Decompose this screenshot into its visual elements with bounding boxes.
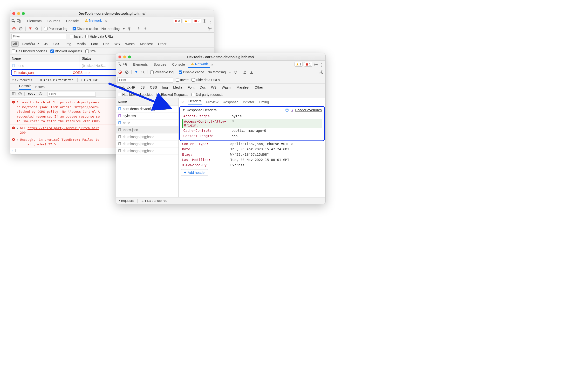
filter-type[interactable]: Fetch/XHR xyxy=(117,85,137,90)
disclose-icon[interactable]: ▼ xyxy=(182,108,185,112)
blocked-requests-check[interactable]: Blocked Requests xyxy=(157,93,188,97)
inspect-icon[interactable] xyxy=(11,19,16,23)
error-count-badge[interactable]: 3 xyxy=(173,19,181,23)
filter-type[interactable]: Manifest xyxy=(138,42,154,46)
detail-tab-timing[interactable]: Timing xyxy=(259,100,269,104)
device-icon[interactable] xyxy=(123,62,127,67)
detail-tab-response[interactable]: Response xyxy=(223,100,238,104)
throttling-select[interactable]: No throttling xyxy=(207,70,227,74)
device-icon[interactable] xyxy=(17,19,21,23)
filter-type[interactable]: WS xyxy=(113,42,122,46)
tab-network[interactable]: Network xyxy=(82,18,104,24)
filter-icon[interactable] xyxy=(28,27,32,31)
detail-tab-preview[interactable]: Preview xyxy=(206,100,219,104)
filter-type[interactable]: Wasm xyxy=(220,85,233,90)
expand-icon[interactable]: ▸ xyxy=(17,126,19,131)
table-row[interactable]: data:image/png;base… xyxy=(116,147,178,154)
column-name-header[interactable]: Name xyxy=(116,98,178,106)
wifi-icon[interactable] xyxy=(233,70,238,74)
tab-sources[interactable]: Sources xyxy=(151,62,168,67)
filter-type[interactable]: Fetch/XHR xyxy=(21,42,40,46)
sidebar-toggle-icon[interactable] xyxy=(12,92,16,96)
tab-console[interactable]: Console xyxy=(64,18,81,24)
table-row[interactable]: none xyxy=(10,62,80,69)
has-blocked-cookies-check[interactable]: Has blocked cookies xyxy=(118,93,153,97)
more-menu-icon[interactable]: ⋮ xyxy=(208,19,212,23)
drawer-tab-issues[interactable]: Issues xyxy=(35,85,44,89)
record-icon[interactable] xyxy=(118,70,122,74)
tab-sources[interactable]: Sources xyxy=(45,18,63,24)
close-icon[interactable]: ✕ xyxy=(181,100,184,104)
filter-type[interactable]: JS xyxy=(139,85,146,90)
hide-data-urls-check[interactable]: Hide data URLs xyxy=(191,78,220,82)
filter-type-all[interactable]: All xyxy=(11,41,19,47)
settings-icon[interactable] xyxy=(314,62,318,67)
blocked-count-badge[interactable]: 2 xyxy=(193,19,201,23)
table-row-selected[interactable]: todos.json xyxy=(116,127,178,133)
filter-type[interactable]: Font xyxy=(90,42,99,46)
settings-icon-2[interactable] xyxy=(319,70,323,74)
blocked-count-badge[interactable]: 1 xyxy=(304,62,312,67)
record-icon[interactable] xyxy=(12,27,16,31)
tab-elements[interactable]: Elements xyxy=(131,62,150,67)
table-row[interactable]: none xyxy=(116,120,178,127)
filter-type[interactable]: Img xyxy=(161,85,169,90)
filter-type[interactable]: Manifest xyxy=(235,85,251,90)
search-icon[interactable] xyxy=(141,70,145,74)
overrides-icon[interactable] xyxy=(290,108,294,112)
throttling-select[interactable]: No throttling xyxy=(101,27,121,31)
table-row[interactable]: style.css xyxy=(116,112,178,120)
filter-type[interactable]: Other xyxy=(157,42,168,46)
filter-type[interactable]: Doc xyxy=(102,42,111,46)
clear-console-icon[interactable] xyxy=(18,92,22,96)
settings-icon[interactable] xyxy=(202,19,207,23)
warning-count-badge[interactable]: 1 xyxy=(183,19,191,23)
has-blocked-cookies-check[interactable]: Has blocked cookies xyxy=(12,49,47,53)
wifi-icon[interactable] xyxy=(127,27,131,31)
inspect-icon[interactable] xyxy=(117,62,122,67)
eye-icon[interactable] xyxy=(39,92,42,96)
blocked-requests-check[interactable]: Blocked Requests xyxy=(50,49,82,53)
console-filter-input[interactable] xyxy=(48,92,96,97)
filter-input[interactable] xyxy=(11,34,67,39)
add-header-button[interactable]: ＋Add header xyxy=(181,169,208,176)
filter-type[interactable]: Other xyxy=(253,85,265,90)
settings-icon-2[interactable] xyxy=(208,27,212,31)
disable-cache-check[interactable]: Disable cache xyxy=(179,70,204,74)
tab-elements[interactable]: Elements xyxy=(25,18,44,24)
tab-console[interactable]: Console xyxy=(170,62,187,67)
invert-check[interactable]: Invert xyxy=(70,34,83,38)
filter-type[interactable]: CSS xyxy=(52,42,62,46)
filter-type[interactable]: Media xyxy=(172,85,184,90)
filter-type[interactable]: WS xyxy=(210,85,218,90)
table-row[interactable]: cors-demo-devtools.glitch.me… xyxy=(116,106,178,112)
throttle-chevron-icon[interactable]: ▾ xyxy=(123,27,125,31)
tab-network[interactable]: Network xyxy=(188,61,210,68)
third-party-check[interactable]: 3rd- xyxy=(85,49,96,53)
preserve-log-check[interactable]: Preserve log xyxy=(150,70,174,74)
upload-icon[interactable] xyxy=(243,70,247,74)
download-icon[interactable] xyxy=(249,70,254,74)
disable-cache-check[interactable]: Disable cache xyxy=(73,27,98,31)
detail-tab-initiator[interactable]: Initiator xyxy=(243,100,254,104)
drawer-menu-icon[interactable]: ⋮ xyxy=(12,85,16,89)
invert-check[interactable]: Invert xyxy=(176,78,189,82)
filter-type[interactable]: Media xyxy=(75,42,87,46)
more-tabs-icon[interactable]: » xyxy=(105,19,107,23)
throttle-chevron-icon[interactable]: ▾ xyxy=(229,70,231,74)
expand-icon[interactable]: ▸ xyxy=(17,137,19,142)
filter-type[interactable]: CSS xyxy=(148,85,158,90)
upload-icon[interactable] xyxy=(136,27,141,31)
filter-icon[interactable] xyxy=(134,70,138,74)
filter-type[interactable]: Img xyxy=(64,42,73,46)
execution-context-select[interactable]: top ▾ xyxy=(27,92,36,97)
filter-type[interactable]: JS xyxy=(43,42,49,46)
drawer-tab-console[interactable]: Console xyxy=(19,84,31,90)
table-row[interactable]: data:image/png;base… xyxy=(116,141,178,147)
filter-type[interactable]: Font xyxy=(186,85,196,90)
search-icon[interactable] xyxy=(35,27,39,31)
more-menu-icon[interactable]: ⋮ xyxy=(320,62,324,67)
column-name-header[interactable]: Name xyxy=(10,55,80,62)
preserve-log-check[interactable]: Preserve log xyxy=(44,27,68,31)
filter-type[interactable]: Doc xyxy=(198,85,207,90)
